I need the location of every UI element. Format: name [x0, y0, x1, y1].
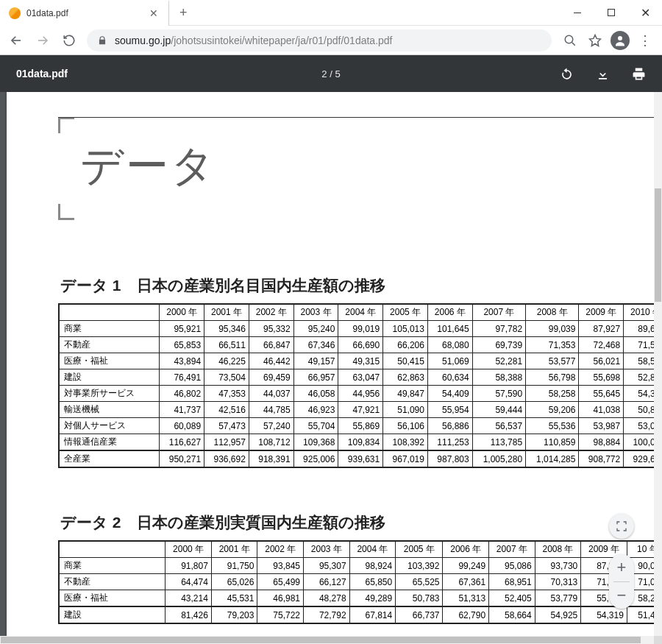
year-header: 2002 年: [249, 304, 293, 321]
cell-value: 950,271: [160, 450, 204, 467]
year-header: 2009 年: [579, 304, 624, 321]
rotate-button[interactable]: [560, 67, 574, 81]
cell-value: 108,712: [249, 434, 293, 451]
table-row: 商業95,92195,34695,33295,24099,019105,0131…: [59, 321, 654, 337]
scrollthumb-vertical[interactable]: [655, 188, 661, 302]
cell-value: 60,089: [160, 418, 204, 434]
cell-value: 66,127: [304, 574, 350, 590]
row-label: 対事業所サービス: [59, 386, 160, 402]
table-row: 輸送機械41,73742,51644,78546,92347,92151,090…: [59, 402, 654, 418]
year-header: 2004 年: [349, 541, 396, 558]
svg-point-0: [565, 35, 573, 43]
fit-to-page-button[interactable]: [609, 514, 634, 539]
table-row: 医療・福祉43,21445,53146,98148,27849,28950,78…: [59, 590, 654, 607]
year-header: 2001 年: [204, 304, 249, 321]
cell-value: 1,005,280: [472, 450, 525, 467]
year-header: 2002 年: [257, 541, 304, 558]
scroll-corner: [654, 636, 662, 644]
cell-value: 93,845: [257, 558, 304, 574]
cell-value: 58,258: [526, 386, 579, 402]
cell-value: 62,790: [443, 606, 489, 623]
year-header: 2003 年: [293, 304, 338, 321]
cell-value: 47,921: [338, 402, 383, 418]
year-header: 2000 年: [160, 304, 204, 321]
close-tab-icon[interactable]: ✕: [146, 7, 161, 19]
zoom-indicator-icon[interactable]: [558, 29, 583, 52]
row-label: 輸送機械: [59, 402, 160, 418]
pdf-viewport[interactable]: データ データ 1 日本の産業別名目国内生産額の推移2000 年2001 年20…: [0, 92, 662, 644]
table-row: 建設81,42679,20375,72272,79267,81466,73762…: [59, 606, 654, 623]
year-header: 2006 年: [427, 304, 472, 321]
maximize-button[interactable]: [594, 0, 628, 26]
cell-value: 54,319: [581, 606, 627, 623]
nav-back-button[interactable]: [4, 29, 28, 52]
cell-value: 50,870: [624, 402, 654, 418]
nav-forward-button[interactable]: [31, 29, 54, 52]
cell-value: 101,645: [427, 321, 472, 337]
table-row: 全産業950,271936,692918,391925,006939,63196…: [59, 450, 654, 467]
browser-menu-button[interactable]: ⋮: [633, 29, 658, 52]
cell-value: 1,014,285: [526, 450, 579, 467]
section-title: データ 2 日本の産業別実質国内生産額の推移: [60, 512, 654, 533]
cell-value: 55,536: [526, 418, 579, 434]
page-indicator[interactable]: 2 / 5: [321, 68, 340, 79]
cell-value: 49,289: [349, 590, 396, 607]
cell-value: 52,405: [489, 590, 535, 607]
cell-value: 99,249: [443, 558, 489, 574]
bookmark-button[interactable]: [583, 29, 608, 52]
table-row: 情報通信産業116,627112,957108,712109,368109,83…: [59, 434, 654, 451]
cell-value: 42,516: [204, 402, 249, 418]
close-window-button[interactable]: ✕: [628, 0, 662, 26]
minimize-button[interactable]: [560, 0, 594, 26]
download-button[interactable]: [596, 67, 610, 81]
profile-avatar[interactable]: [608, 29, 633, 52]
row-label: 商業: [59, 321, 160, 337]
cell-value: 55,954: [427, 402, 472, 418]
zoom-in-button[interactable]: +: [609, 554, 634, 581]
cell-value: 89,622: [624, 321, 654, 337]
cell-value: 59,444: [472, 402, 525, 418]
cell-value: 66,206: [383, 337, 428, 353]
cell-value: 53,577: [526, 353, 579, 369]
cell-value: 79,203: [211, 606, 257, 623]
cell-value: 58,664: [489, 606, 535, 623]
year-header: 2006 年: [443, 541, 489, 558]
cell-value: 87,927: [579, 321, 624, 337]
reload-button[interactable]: [57, 29, 81, 52]
cell-value: 98,884: [579, 434, 624, 451]
year-header: 2008 年: [526, 304, 579, 321]
cell-value: 56,021: [579, 353, 624, 369]
scrollbar-vertical[interactable]: [654, 92, 662, 644]
cell-value: 52,281: [472, 353, 525, 369]
cell-value: 51,475: [627, 606, 654, 623]
cell-value: 46,923: [293, 402, 338, 418]
cell-value: 53,779: [535, 590, 581, 607]
cell-value: 60,634: [427, 369, 472, 386]
cell-value: 70,313: [535, 574, 581, 590]
browser-tab[interactable]: 01data.pdf ✕: [0, 0, 169, 26]
cell-value: 91,750: [211, 558, 257, 574]
year-header: 2010 年: [624, 304, 654, 321]
cell-value: 95,346: [204, 321, 249, 337]
cell-value: 47,353: [204, 386, 249, 402]
scrollthumb-horizontal[interactable]: [1, 637, 641, 643]
year-header: 2007 年: [472, 304, 525, 321]
row-label: 商業: [59, 558, 166, 574]
year-header: 2000 年: [166, 541, 212, 558]
address-bar[interactable]: soumu.go.jp/johotsusintokei/whitepaper/j…: [87, 29, 552, 52]
window-controls: ✕: [560, 0, 662, 26]
year-header: 2005 年: [396, 541, 443, 558]
row-label: 医療・福祉: [59, 590, 166, 607]
data-table: 2000 年2001 年2002 年2003 年2004 年2005 年2006…: [58, 540, 654, 624]
cell-value: 100,042: [624, 434, 654, 451]
zoom-out-button[interactable]: −: [609, 582, 634, 609]
table-row: 対個人サービス60,08957,47357,24055,70455,86956,…: [59, 418, 654, 434]
cell-value: 75,722: [257, 606, 304, 623]
cell-value: 55,869: [338, 418, 383, 434]
new-tab-button[interactable]: +: [169, 5, 198, 21]
cell-value: 116,627: [160, 434, 204, 451]
cell-value: 93,730: [535, 558, 581, 574]
pdf-page: データ データ 1 日本の産業別名目国内生産額の推移2000 年2001 年20…: [7, 92, 654, 644]
document-header: データ: [58, 117, 654, 220]
print-button[interactable]: [632, 67, 646, 81]
